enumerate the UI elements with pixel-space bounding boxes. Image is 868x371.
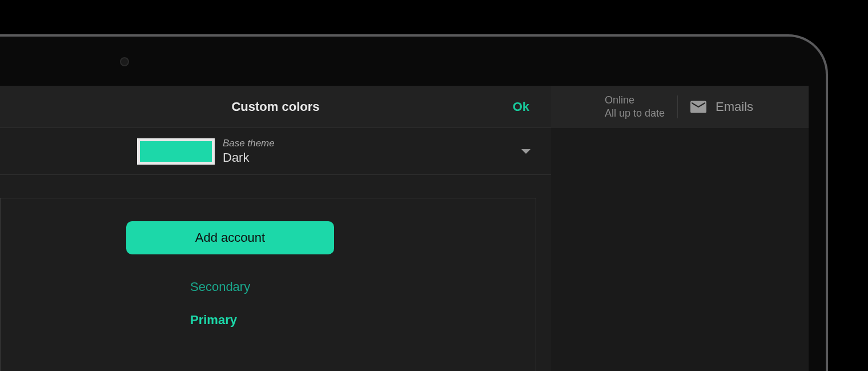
chevron-down-icon[interactable] bbox=[521, 149, 531, 154]
device-frame: Custom colors Ok Base theme Dark Add acc… bbox=[0, 34, 828, 371]
base-theme-value: Dark bbox=[223, 150, 275, 165]
status-bar: Online All up to date Emails bbox=[551, 86, 809, 128]
dialog-title: Custom colors bbox=[231, 99, 319, 114]
camera-dot bbox=[120, 57, 129, 66]
status-text: Online All up to date bbox=[605, 94, 665, 121]
mail-icon bbox=[690, 101, 706, 113]
status-line-2: All up to date bbox=[605, 107, 665, 120]
add-account-button[interactable]: Add account bbox=[126, 221, 334, 254]
base-theme-label: Base theme bbox=[223, 138, 275, 149]
dialog-header: Custom colors Ok bbox=[0, 86, 551, 128]
theme-text-group: Base theme Dark bbox=[223, 138, 275, 165]
vertical-divider bbox=[677, 95, 678, 118]
ok-button[interactable]: Ok bbox=[507, 96, 535, 118]
emails-label: Emails bbox=[716, 99, 753, 114]
base-theme-row[interactable]: Base theme Dark bbox=[0, 128, 551, 175]
secondary-link[interactable]: Secondary bbox=[190, 280, 250, 294]
emails-button[interactable]: Emails bbox=[690, 99, 753, 114]
background-panel: Online All up to date Emails bbox=[551, 86, 809, 371]
screen-area: Custom colors Ok Base theme Dark Add acc… bbox=[0, 86, 809, 371]
status-line-1: Online bbox=[605, 94, 665, 107]
custom-colors-dialog: Custom colors Ok Base theme Dark Add acc… bbox=[0, 86, 551, 371]
primary-link[interactable]: Primary bbox=[190, 313, 237, 328]
preview-panel: Add account Secondary Primary bbox=[0, 198, 536, 371]
theme-color-swatch[interactable] bbox=[137, 138, 215, 165]
